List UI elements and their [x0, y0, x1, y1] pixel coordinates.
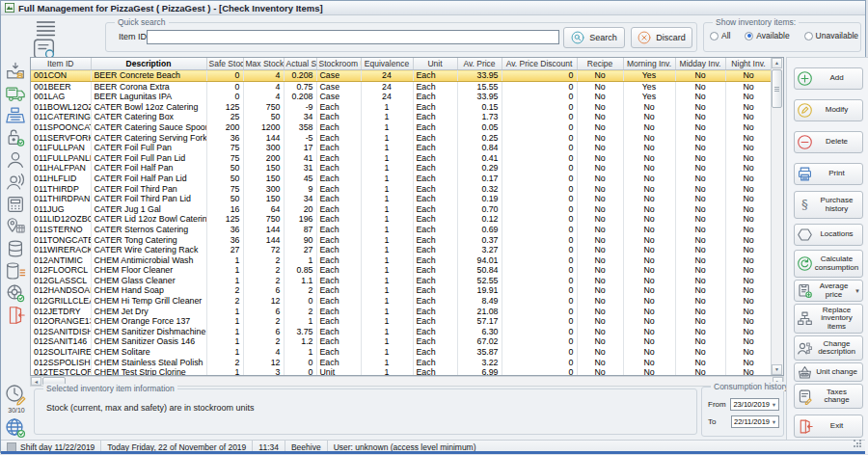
table-row[interactable]: 001CONBEER Concrete Beach040.208Case24Ea…	[31, 70, 783, 82]
table-row[interactable]: 001LAGBEER Lagunitas IPA040.208Case24Eac…	[31, 92, 783, 102]
radio-unavailable-icon[interactable]	[804, 32, 813, 40]
column-header-stockroom-u-[interactable]: Stockroom U.	[316, 58, 361, 70]
table-row[interactable]: 012SANITDISHCHEM Sanitizer Dishmachine16…	[31, 327, 783, 337]
table-row[interactable]: 011SPOONCATERINCATER Catering Sauce Spoo…	[31, 122, 783, 133]
change-description-button[interactable]: Change description	[794, 335, 863, 361]
database-icon[interactable]	[5, 238, 26, 259]
cell: 36	[206, 235, 243, 246]
scroll-left-icon[interactable]: ◄	[31, 377, 41, 386]
scroll-down-icon[interactable]: ▼	[772, 364, 782, 375]
exit-button[interactable]: Exit	[794, 415, 863, 438]
scroll-up-icon[interactable]: ▲	[772, 58, 782, 68]
column-header-equivalence[interactable]: Equivalence	[361, 58, 413, 70]
radio-all-icon[interactable]	[710, 32, 719, 40]
table-row[interactable]: 012GRILLCLEANERCHEM Hi Temp Grill Cleane…	[31, 296, 783, 307]
average-price-button[interactable]: Average price▼	[794, 280, 863, 302]
calculator-icon[interactable]	[5, 194, 26, 215]
column-header-safe-stock[interactable]: Safe Stock	[206, 58, 243, 70]
goods-in-icon[interactable]	[5, 61, 26, 82]
to-date-field[interactable]: 22/11/2019 ▼	[731, 415, 779, 428]
resize-grip[interactable]	[854, 440, 862, 448]
locations-button[interactable]: Locations	[794, 224, 863, 246]
cell: CHEM Jet Dry	[91, 307, 206, 317]
column-header-midday-inv-[interactable]: Midday Inv.	[675, 58, 725, 70]
table-row[interactable]: 011FULLPANLIDCATER Foil Full Pan Lid7520…	[31, 153, 783, 164]
table-row[interactable]: 011HLFLIDCATER Foil Half Pan Lid5015045E…	[31, 174, 783, 184]
table-row[interactable]: 011THIRDPANCATER Foil Third Pan Lid50150…	[31, 194, 783, 204]
table-row[interactable]: 012HANDSOAPCHEM Hand Soap262Each1Each19.…	[31, 285, 783, 296]
cash-register-icon[interactable]	[5, 105, 26, 126]
user-privacy-icon[interactable]	[5, 172, 26, 193]
column-header-description[interactable]: Description	[91, 58, 206, 70]
menu-icon[interactable]	[34, 20, 58, 37]
table-row[interactable]: 011FULLPANCATER Foil Full Pan7530017Each…	[31, 143, 783, 153]
column-header-night-inv-[interactable]: Night Inv.	[725, 58, 772, 70]
print-button[interactable]: Print	[794, 163, 863, 185]
cell: 750	[243, 214, 284, 225]
table-row[interactable]: 012ORANGE137CHEM Orange Force 137121Each…	[31, 316, 783, 327]
taxes-change-button[interactable]: Taxes change	[794, 384, 863, 409]
vertical-scroll-thumb[interactable]	[772, 69, 782, 108]
radio-available[interactable]: Available	[745, 31, 789, 40]
table-row[interactable]: 011TONGCATERINGCATER Tong Catering361449…	[31, 235, 783, 246]
replace-inventory-items-button[interactable]: Replace inventory items	[794, 304, 863, 334]
purchase-history-button[interactable]: §Purchase history	[794, 191, 863, 219]
delete-button[interactable]: Delete	[794, 131, 863, 153]
table-row[interactable]: 011THIRDPCATER Foil Third Pan753009Each1…	[31, 184, 783, 195]
column-header-av-price[interactable]: Av. Price	[457, 58, 502, 70]
radio-all[interactable]: All	[710, 31, 730, 40]
column-header-actual-s-[interactable]: Actual S.	[284, 58, 316, 70]
radio-available-icon[interactable]	[745, 32, 753, 40]
table-row[interactable]: 012SSPOLISHCHEM Stainless Steal Polish21…	[31, 358, 783, 368]
modify-button[interactable]: Modify	[794, 99, 863, 121]
table-row[interactable]: 012FLOORCLCHEM Floor Cleaner120.85Each1E…	[31, 265, 783, 276]
table-row[interactable]: 012JETDRYCHEM Jet Dry162Each1Each21.080N…	[31, 307, 783, 317]
wheel-check-icon[interactable]	[5, 282, 26, 304]
cell: No	[577, 153, 623, 164]
table-row[interactable]: 011LID12OZBOWLCATER Lid 12oz Bowl Cateri…	[31, 214, 783, 225]
database-list-icon[interactable]	[5, 260, 26, 281]
table-row[interactable]: 012ANTIMICCHEM Antimicrobial Wash121Each…	[31, 255, 783, 266]
table-row[interactable]: 011CATERINGBOXCATER Catering Box255034Ea…	[31, 112, 783, 122]
radio-unavailable[interactable]: Unavailable	[804, 31, 858, 40]
security-lock-icon[interactable]	[5, 127, 26, 148]
from-dropdown-icon[interactable]: ▼	[770, 402, 778, 408]
from-date-field[interactable]: 23/10/2019 ▼	[730, 398, 779, 411]
dropdown-arrow-icon[interactable]: ▼	[854, 288, 860, 294]
table-row[interactable]: 012SOLITAIRECHEM Solitare141Each1Each35.…	[31, 347, 783, 358]
search-button[interactable]: Search	[563, 27, 625, 48]
globe-check-icon[interactable]	[4, 416, 27, 440]
table-row[interactable]: 012GLASSCLCHEM Glass Cleaner121.1Each1Ea…	[31, 276, 783, 286]
column-header-max-stock[interactable]: Max Stock	[243, 58, 284, 70]
column-header-morning-inv-[interactable]: Morning Inv.	[623, 58, 675, 70]
shift-clock-icon[interactable]	[4, 383, 27, 406]
calculate-consumption-button[interactable]: Calculate consumption	[794, 250, 863, 278]
logout-door-icon[interactable]	[5, 305, 26, 326]
location-calendar-icon[interactable]	[5, 216, 26, 237]
table-row[interactable]: 011BOWL12OZCATCATER Bowl 12oz Catering12…	[31, 102, 783, 113]
column-header-unit[interactable]: Unit	[413, 58, 457, 70]
column-header-av-price-discount[interactable]: Av. Price Discount	[502, 58, 577, 70]
table-row[interactable]: 012TESTCLORINECHEM Test Strip Clorine130…	[31, 367, 783, 376]
to-dropdown-icon[interactable]: ▼	[770, 419, 778, 425]
user-icon[interactable]	[5, 149, 26, 171]
table-row[interactable]: 012SANIT146CHEM Sanitizer Oasis 146121.2…	[31, 336, 783, 347]
table-row[interactable]: 001BEERBEER Corona Extra040.75Case24Each…	[31, 81, 783, 92]
unit-change-button[interactable]: Unit change	[794, 362, 863, 382]
delivery-truck-icon[interactable]	[5, 83, 26, 104]
vertical-scrollbar[interactable]: ▲ ▼	[771, 58, 783, 375]
item-id-input[interactable]	[147, 30, 559, 44]
column-header-item-id[interactable]: Item ID	[31, 58, 91, 70]
table-row[interactable]: 011STERNOCATER Sternos Catering3614487Ea…	[31, 225, 783, 235]
table-row[interactable]: 011SERVFORKCATCATER Catering Serving For…	[31, 133, 783, 144]
add-button[interactable]: Add	[794, 67, 863, 90]
cell: 1	[361, 214, 413, 225]
cell: No	[577, 214, 623, 225]
discard-button[interactable]: Discard	[631, 27, 692, 48]
cell: 1	[361, 133, 413, 144]
table-row[interactable]: 011JUGCATER Jug 1 Gal166420Each1Each0.70…	[31, 204, 783, 215]
cell: No	[725, 327, 772, 337]
column-header-recipe[interactable]: Recipe	[577, 58, 623, 70]
table-row[interactable]: 011HALFPANCATER Foil Half Pan5015031Each…	[31, 163, 783, 174]
table-row[interactable]: 011WIRERACKCATER Wire Catering Rack27722…	[31, 245, 783, 255]
